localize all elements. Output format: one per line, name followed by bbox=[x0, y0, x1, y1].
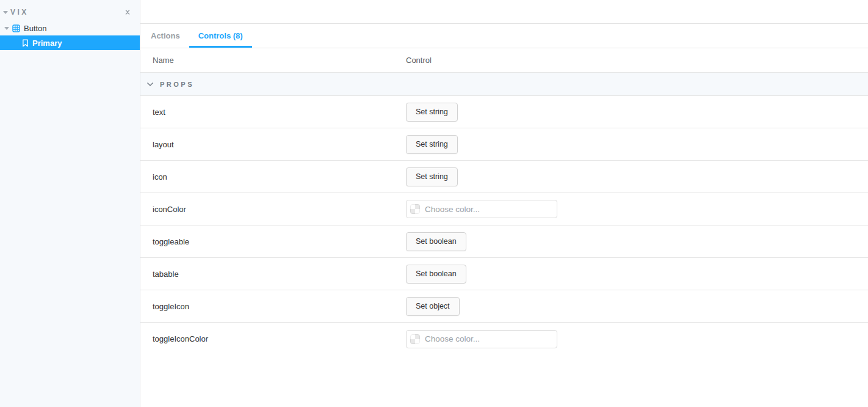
set-boolean-button[interactable]: Set boolean bbox=[406, 265, 466, 284]
prop-name: toggleIconColor bbox=[140, 334, 406, 343]
prop-name: iconColor bbox=[140, 205, 406, 214]
chevron-down-icon[interactable] bbox=[3, 11, 8, 14]
addon-tabbar: Actions Controls (8) bbox=[140, 24, 868, 48]
color-swatch-icon bbox=[410, 334, 420, 344]
table-row: layout Set string bbox=[140, 128, 868, 161]
section-label: PROPS bbox=[160, 81, 194, 88]
set-string-button[interactable]: Set string bbox=[406, 167, 458, 186]
prop-name: toggleable bbox=[140, 237, 406, 246]
column-header-control: Control bbox=[406, 56, 868, 65]
collapse-vertical-icon bbox=[124, 8, 131, 16]
sidebar-item-primary[interactable]: Primary bbox=[0, 35, 140, 50]
preview-canvas bbox=[140, 0, 868, 24]
sidebar-item-label: Button bbox=[24, 24, 47, 33]
set-string-button[interactable]: Set string bbox=[406, 103, 458, 122]
sidebar-item-label: Primary bbox=[32, 38, 62, 48]
brand-title: VIX bbox=[10, 8, 29, 16]
color-text-input[interactable] bbox=[425, 205, 547, 214]
chevron-down-icon bbox=[146, 82, 154, 87]
bookmark-icon bbox=[22, 39, 29, 47]
prop-name: toggleIcon bbox=[140, 302, 406, 311]
table-header: Name Control bbox=[140, 48, 868, 73]
story-tree: Button Primary bbox=[0, 21, 140, 50]
prop-name: text bbox=[140, 108, 406, 117]
set-object-button[interactable]: Set object bbox=[406, 297, 460, 316]
color-picker-input[interactable] bbox=[406, 330, 557, 348]
sidebar-header: VIX bbox=[0, 0, 140, 21]
tab-controls[interactable]: Controls (8) bbox=[189, 24, 252, 48]
props-section-header[interactable]: PROPS bbox=[140, 73, 868, 96]
prop-name: tabable bbox=[140, 270, 406, 279]
main-panel: Actions Controls (8) Name Control PROPS … bbox=[140, 0, 868, 407]
table-row: iconColor bbox=[140, 193, 868, 226]
table-row: text Set string bbox=[140, 96, 868, 128]
sidebar: VIX Button bbox=[0, 0, 140, 407]
prop-name: layout bbox=[140, 140, 406, 149]
table-row: tabable Set boolean bbox=[140, 258, 868, 290]
tab-actions[interactable]: Actions bbox=[142, 24, 189, 48]
table-row: icon Set string bbox=[140, 161, 868, 193]
prop-name: icon bbox=[140, 172, 406, 182]
color-text-input[interactable] bbox=[425, 334, 547, 343]
component-grid-icon bbox=[12, 24, 20, 32]
sidebar-item-button[interactable]: Button bbox=[0, 21, 140, 35]
color-picker-input[interactable] bbox=[406, 200, 557, 218]
expander-chevron-icon[interactable] bbox=[4, 27, 9, 30]
table-row: toggleIcon Set object bbox=[140, 290, 868, 323]
set-boolean-button[interactable]: Set boolean bbox=[406, 232, 466, 251]
collapse-sidebar-button[interactable] bbox=[124, 8, 131, 16]
table-row: toggleIconColor bbox=[140, 323, 868, 355]
color-swatch-icon bbox=[410, 204, 420, 214]
set-string-button[interactable]: Set string bbox=[406, 135, 458, 154]
column-header-name: Name bbox=[140, 56, 406, 65]
table-row: toggleable Set boolean bbox=[140, 226, 868, 258]
